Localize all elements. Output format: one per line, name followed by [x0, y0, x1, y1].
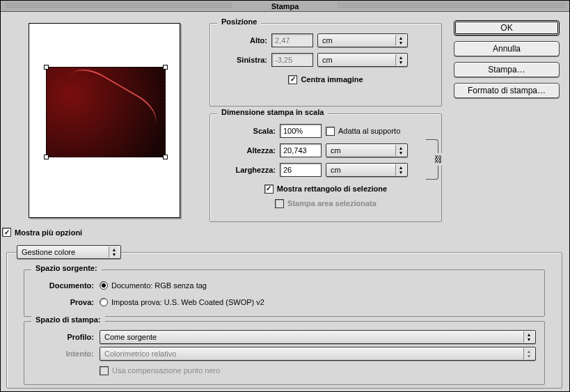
- print-space-title: Spazio di stampa:: [31, 315, 105, 324]
- checkbox-icon: ✓: [2, 228, 11, 237]
- checkbox-icon: ✓: [264, 185, 274, 194]
- left-input[interactable]: -3,25: [271, 53, 313, 67]
- checkbox-icon: ✓: [288, 75, 297, 84]
- radio-icon: [100, 281, 108, 290]
- source-space-title: Spazio sorgente:: [31, 264, 102, 272]
- left-label: Sinistra:: [219, 56, 267, 64]
- position-title: Posizione: [217, 17, 261, 26]
- scale-group: Dimensione stampa in scala Scala: 100% A…: [209, 113, 442, 222]
- resize-handle-tl[interactable]: [44, 65, 49, 70]
- options-category-select[interactable]: Gestione colore: [17, 245, 121, 259]
- fit-media-checkbox[interactable]: Adatta al supporto: [326, 127, 400, 136]
- spinner-icon[interactable]: [395, 164, 406, 175]
- height-input[interactable]: 20,743: [280, 143, 322, 157]
- checkbox-icon: [326, 127, 335, 136]
- proof-radio[interactable]: Imposta prova: U.S. Web Coated (SWOP) v2: [100, 298, 264, 306]
- width-label: Larghezza:: [219, 166, 276, 174]
- more-options-checkbox[interactable]: ✓ Mostra più opzioni: [2, 228, 82, 237]
- center-image-checkbox[interactable]: ✓ Centra immagine: [288, 75, 363, 84]
- intent-select: Colorimetrico relativo: [100, 347, 536, 361]
- options-panel: Gestione colore Spazio sorgente: Documen…: [6, 252, 562, 389]
- chain-link-icon[interactable]: ⛓: [434, 153, 443, 166]
- source-space-group: Spazio sorgente: Documento: Documento: R…: [24, 269, 545, 317]
- page-setup-button[interactable]: Formato di stampa…: [454, 83, 560, 98]
- ok-button[interactable]: OK: [454, 20, 560, 36]
- proof-label: Prova:: [33, 298, 94, 306]
- preview-image[interactable]: [46, 67, 166, 157]
- left-unit-select[interactable]: cm: [317, 53, 408, 67]
- spinner-icon[interactable]: [395, 35, 406, 46]
- height-label: Altezza:: [219, 146, 276, 155]
- checkbox-icon: [275, 199, 284, 208]
- titlebar: Stampa: [1, 1, 569, 12]
- scale-label: Scala:: [219, 127, 276, 135]
- radio-icon: [100, 298, 108, 306]
- profile-select[interactable]: Come sorgente: [100, 330, 536, 344]
- dialog-buttons: OK Annulla Stampa… Formato di stampa…: [454, 20, 560, 98]
- scale-title: Dimensione stampa in scala: [217, 108, 328, 116]
- spinner-icon[interactable]: [523, 331, 534, 343]
- top-label: Alto:: [219, 36, 267, 45]
- resize-handle-bl[interactable]: [44, 155, 49, 159]
- position-group: Posizione Alto: 2,47 cm Sinistra: -3,25 …: [209, 23, 442, 107]
- spinner-icon: [523, 348, 534, 359]
- show-bbox-checkbox[interactable]: ✓ Mostra rettangolo di selezione: [264, 185, 387, 194]
- spinner-icon[interactable]: [395, 145, 406, 156]
- intent-label: Intento:: [33, 350, 94, 358]
- width-input[interactable]: 26: [280, 163, 322, 177]
- spinner-icon[interactable]: [395, 54, 406, 65]
- print-button[interactable]: Stampa…: [454, 62, 560, 77]
- top-input[interactable]: 2,47: [271, 33, 313, 47]
- width-unit-select[interactable]: cm: [326, 163, 408, 177]
- resize-handle-tr[interactable]: [163, 65, 168, 70]
- print-selection-checkbox: Stampa area selezionata: [275, 199, 377, 208]
- height-unit-select[interactable]: cm: [326, 143, 408, 157]
- document-radio[interactable]: Documento: RGB senza tag: [100, 281, 207, 290]
- document-label: Documento:: [33, 281, 94, 290]
- scale-input[interactable]: 100%: [280, 124, 322, 138]
- print-preview[interactable]: [29, 23, 180, 218]
- bpc-checkbox: Usa compensazione punto nero: [100, 366, 220, 375]
- cancel-button[interactable]: Annulla: [454, 41, 560, 56]
- print-space-group: Spazio di stampa: Profilo: Come sorgente…: [24, 321, 545, 385]
- profile-label: Profilo:: [33, 333, 94, 341]
- resize-handle-br[interactable]: [163, 155, 168, 159]
- window-title: Stampa: [264, 2, 306, 10]
- print-dialog: Stampa OK Annulla Stampa… Formato di sta…: [0, 0, 570, 392]
- top-unit-select[interactable]: cm: [317, 33, 408, 47]
- spinner-icon[interactable]: [109, 246, 119, 258]
- checkbox-icon: [100, 366, 109, 375]
